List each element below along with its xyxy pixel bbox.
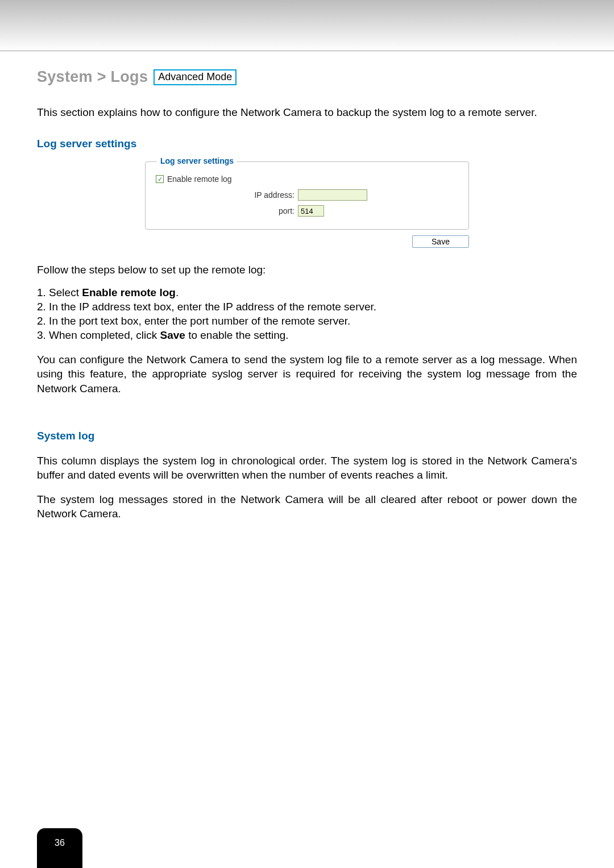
header-gradient bbox=[0, 0, 614, 51]
port-label: port: bbox=[156, 206, 298, 215]
system-log-para1: This column displays the system log in c… bbox=[37, 454, 577, 482]
mode-badge: Advanced Mode bbox=[154, 69, 237, 85]
step-2b: 2. In the port text box, enter the port … bbox=[37, 314, 577, 328]
save-button[interactable]: Save bbox=[412, 235, 469, 248]
step-1: 1. Select Enable remote log. bbox=[37, 285, 577, 300]
step-3: 3. When completed, click Save to enable … bbox=[37, 328, 577, 342]
ip-address-input[interactable] bbox=[298, 189, 367, 201]
system-log-heading: System log bbox=[37, 430, 577, 442]
checkbox-icon[interactable]: ✓ bbox=[156, 175, 164, 183]
port-input[interactable] bbox=[298, 205, 324, 217]
ip-address-row: IP address: bbox=[156, 189, 458, 201]
steps-list: 1. Select Enable remote log. 2. In the I… bbox=[37, 285, 577, 342]
enable-remote-log-label: Enable remote log bbox=[167, 175, 232, 184]
fieldset-legend: Log server settings bbox=[157, 156, 237, 165]
log-server-settings-fieldset: Log server settings ✓ Enable remote log … bbox=[145, 161, 469, 230]
port-row: port: bbox=[156, 205, 458, 217]
breadcrumb-row: System > Logs Advanced Mode bbox=[37, 68, 577, 86]
intro-text: This section explains how to configure t… bbox=[37, 105, 577, 119]
ip-address-label: IP address: bbox=[156, 190, 298, 200]
log-server-settings-heading: Log server settings bbox=[37, 138, 577, 150]
system-log-para2: The system log messages stored in the Ne… bbox=[37, 492, 577, 521]
breadcrumb: System > Logs bbox=[37, 68, 148, 86]
steps-intro: Follow the steps below to set up the rem… bbox=[37, 264, 577, 276]
step-2: 2. In the IP address text box, enter the… bbox=[37, 300, 577, 314]
enable-remote-log-row[interactable]: ✓ Enable remote log bbox=[156, 175, 458, 184]
log-server-note: You can configure the Network Camera to … bbox=[37, 352, 577, 395]
page-number: 36 bbox=[37, 828, 82, 868]
